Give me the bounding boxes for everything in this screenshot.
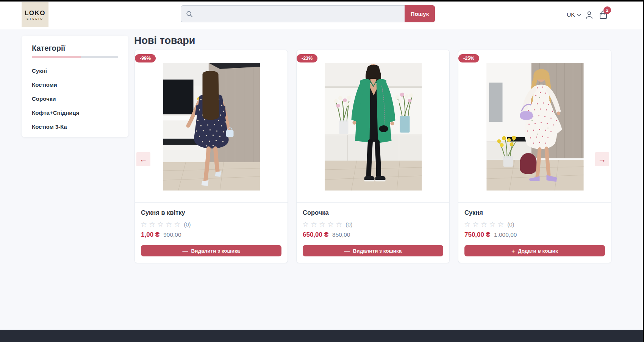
- product-name[interactable]: Сукня: [464, 209, 483, 216]
- rating: ☆☆☆☆☆ (0): [141, 220, 191, 228]
- footer: [0, 330, 643, 342]
- star-icon: ☆: [311, 221, 317, 228]
- star-icon: ☆: [336, 221, 342, 228]
- price-row: 750,00 ₴ 1.000,00: [464, 231, 517, 239]
- discount-badge: -25%: [458, 54, 479, 62]
- button-label: Видалити з кошика: [353, 248, 402, 254]
- current-price: 650,00 ₴: [303, 231, 328, 239]
- product-card: -23%: [296, 50, 450, 263]
- product-image[interactable]: [325, 63, 422, 191]
- categories-divider: [32, 56, 118, 58]
- button-label: Додати в кошик: [518, 248, 558, 254]
- language-code: UK: [567, 11, 575, 18]
- search-box: [181, 5, 405, 22]
- product-card: -99%: [134, 50, 288, 263]
- star-icon: ☆: [149, 221, 155, 228]
- star-icon: ☆: [302, 221, 309, 228]
- star-icon: ☆: [157, 221, 164, 228]
- remove-from-cart-button[interactable]: — Видалити з кошика: [141, 245, 281, 256]
- add-to-cart-button[interactable]: + Додати в кошик: [464, 245, 605, 256]
- arrow-left-icon: ←: [139, 155, 147, 164]
- button-label: Видалити з кошика: [191, 248, 240, 254]
- old-price: 1.000,00: [494, 231, 517, 238]
- sidebar-item-kostyumy[interactable]: Костюми: [32, 81, 57, 88]
- discount-badge: -23%: [297, 54, 317, 62]
- product-image[interactable]: [163, 63, 260, 191]
- star-icon: ☆: [319, 221, 325, 228]
- chevron-down-icon: [577, 14, 581, 16]
- categories-panel: Категорії Сукні Костюми Сорочки Кофта+Сп…: [22, 36, 128, 137]
- search-bar: Пошук: [181, 5, 435, 22]
- star-icon: ☆: [174, 221, 180, 228]
- discount-badge: -99%: [135, 54, 156, 62]
- cart-count-badge: 2: [603, 6, 611, 14]
- carousel-next-button[interactable]: →: [595, 152, 609, 166]
- brand-logo[interactable]: LOKO STUDIO: [22, 2, 48, 27]
- sidebar-item-sorochky[interactable]: Сорочки: [32, 95, 56, 102]
- star-icon: ☆: [327, 221, 334, 228]
- rating: ☆☆☆☆☆ (0): [302, 220, 353, 228]
- sidebar-item-sukni[interactable]: Сукні: [32, 67, 47, 74]
- sidebar-item-kofta-spidnytsya[interactable]: Кофта+Спідниця: [32, 109, 80, 116]
- rating-count: (0): [184, 221, 191, 228]
- old-price: 850,00: [332, 231, 350, 238]
- price-row: 1,00 ₴ 900,00: [141, 231, 181, 239]
- rating: ☆☆☆☆☆ (0): [464, 220, 514, 228]
- product-image[interactable]: [486, 63, 584, 191]
- arrow-right-icon: →: [598, 155, 606, 164]
- account-icon[interactable]: [585, 10, 594, 20]
- current-price: 1,00 ₴: [141, 231, 159, 239]
- card-divider: [297, 202, 449, 203]
- language-selector[interactable]: UK: [567, 11, 581, 18]
- star-icon: ☆: [464, 221, 470, 228]
- rating-count: (0): [345, 221, 352, 228]
- old-price: 900,00: [163, 231, 181, 238]
- header: LOKO STUDIO Пошук UK: [0, 2, 643, 29]
- search-icon: [186, 10, 193, 18]
- search-input[interactable]: [196, 11, 400, 17]
- card-divider: [135, 202, 288, 203]
- star-icon: ☆: [472, 221, 479, 228]
- remove-from-cart-button[interactable]: — Видалити з кошика: [303, 245, 443, 256]
- product-name[interactable]: Сукня в квітку: [141, 209, 185, 216]
- page: LOKO STUDIO Пошук UK: [0, 2, 643, 342]
- card-divider: [458, 202, 611, 203]
- brand-name: LOKO: [25, 9, 45, 17]
- star-icon: ☆: [141, 221, 147, 228]
- product-card: -25%: [458, 50, 611, 263]
- minus-icon: —: [183, 248, 188, 254]
- star-icon: ☆: [489, 221, 496, 228]
- brand-subtitle: STUDIO: [27, 17, 43, 20]
- product-name[interactable]: Сорочка: [303, 209, 329, 216]
- star-icon: ☆: [166, 221, 172, 228]
- current-price: 750,00 ₴: [464, 231, 490, 239]
- minus-icon: —: [344, 248, 350, 254]
- carousel-prev-button[interactable]: ←: [136, 152, 150, 166]
- star-icon: ☆: [497, 221, 504, 228]
- categories-title: Категорії: [32, 44, 65, 53]
- star-icon: ☆: [481, 221, 487, 228]
- sidebar-item-kostyum-3ka[interactable]: Костюм 3-Ка: [32, 123, 67, 130]
- page-title: Нові товари: [134, 35, 195, 47]
- search-button[interactable]: Пошук: [405, 5, 435, 22]
- rating-count: (0): [507, 221, 514, 228]
- price-row: 650,00 ₴ 850,00: [303, 231, 350, 239]
- plus-icon: +: [511, 248, 515, 254]
